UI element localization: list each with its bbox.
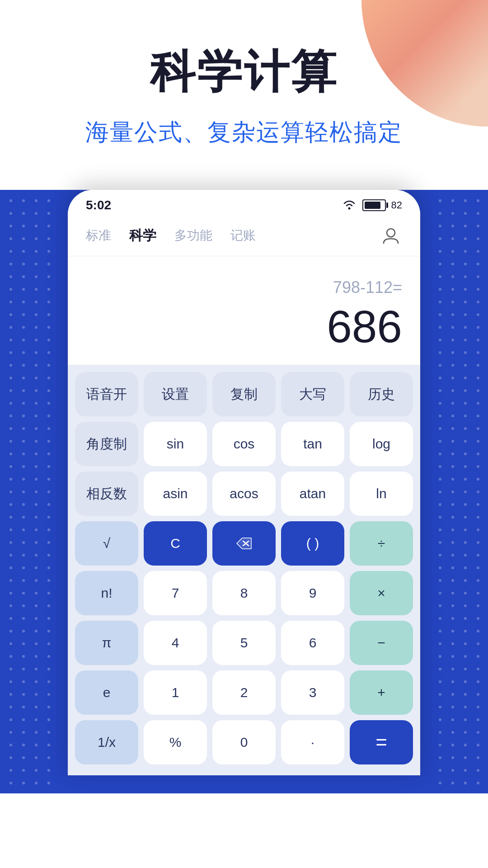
btn-tan[interactable]: tan — [281, 422, 344, 466]
battery-level: 82 — [391, 199, 402, 211]
btn-sqrt[interactable]: √ — [75, 521, 138, 566]
profile-icon[interactable] — [380, 224, 402, 247]
btn-multiply[interactable]: × — [350, 571, 413, 615]
btn-neg[interactable]: 相反数 — [75, 472, 138, 516]
calc-keyboard: 语音开 设置 复制 大写 历史 角度制 sin cos tan log 相反数 … — [68, 365, 420, 775]
btn-4[interactable]: 4 — [144, 621, 207, 665]
main-title: 科学计算 — [150, 42, 338, 103]
btn-log[interactable]: log — [350, 422, 413, 466]
svg-point-0 — [348, 208, 350, 210]
btn-5[interactable]: 5 — [212, 621, 276, 665]
btn-1[interactable]: 1 — [144, 670, 207, 715]
status-bar: 5:02 82 — [68, 190, 420, 217]
calc-row-2: 相反数 asin acos atan ln — [75, 472, 413, 516]
calc-row-6: e 1 2 3 + — [75, 670, 413, 715]
btn-history[interactable]: 历史 — [350, 372, 413, 416]
btn-settings[interactable]: 设置 — [144, 372, 207, 416]
btn-pi[interactable]: π — [75, 621, 138, 665]
btn-ln[interactable]: ln — [350, 472, 413, 516]
calc-row-0: 语音开 设置 复制 大写 历史 — [75, 372, 413, 416]
btn-cos[interactable]: cos — [212, 422, 276, 466]
btn-dot[interactable]: · — [281, 720, 344, 764]
blue-background: 5:02 82 标准 科学 多功能 记账 — [0, 190, 488, 793]
tab-multi[interactable]: 多功能 — [174, 227, 212, 244]
btn-3[interactable]: 3 — [281, 670, 344, 715]
tab-science[interactable]: 科学 — [129, 226, 156, 245]
calc-row-4: n! 7 8 9 × — [75, 571, 413, 615]
btn-0[interactable]: 0 — [212, 720, 276, 764]
btn-8[interactable]: 8 — [212, 571, 276, 615]
status-icons: 82 — [342, 199, 402, 211]
btn-angle[interactable]: 角度制 — [75, 422, 138, 466]
top-section: 科学计算 海量公式、复杂运算轻松搞定 — [0, 0, 488, 190]
btn-7[interactable]: 7 — [144, 571, 207, 615]
btn-add[interactable]: + — [350, 670, 413, 715]
calc-row-7: 1/x % 0 · = — [75, 720, 413, 764]
btn-asin[interactable]: asin — [144, 472, 207, 516]
calc-expression: 798-112= — [333, 278, 402, 297]
btn-acos[interactable]: acos — [212, 472, 276, 516]
btn-voice[interactable]: 语音开 — [75, 372, 138, 416]
calc-display: 798-112= 686 — [68, 256, 420, 365]
btn-e[interactable]: e — [75, 670, 138, 715]
btn-copy[interactable]: 复制 — [212, 372, 276, 416]
calc-row-3: √ C ( ) ÷ — [75, 521, 413, 566]
phone-mockup: 5:02 82 标准 科学 多功能 记账 — [68, 190, 420, 775]
subtitle: 海量公式、复杂运算轻松搞定 — [85, 117, 403, 148]
battery-icon — [362, 199, 386, 211]
btn-backspace[interactable] — [212, 521, 276, 566]
blue-dots-left — [0, 190, 59, 793]
nav-tabs: 标准 科学 多功能 记账 — [68, 217, 420, 256]
btn-9[interactable]: 9 — [281, 571, 344, 615]
status-time: 5:02 — [86, 198, 111, 212]
btn-divide[interactable]: ÷ — [350, 521, 413, 566]
tab-account[interactable]: 记账 — [230, 227, 256, 244]
svg-point-1 — [387, 229, 395, 237]
btn-reciprocal[interactable]: 1/x — [75, 720, 138, 764]
btn-subtract[interactable]: − — [350, 621, 413, 665]
btn-factorial[interactable]: n! — [75, 571, 138, 615]
blue-dots-right — [429, 190, 488, 793]
hand-decoration — [361, 0, 488, 127]
calc-result: 686 — [327, 302, 402, 351]
btn-sin[interactable]: sin — [144, 422, 207, 466]
btn-2[interactable]: 2 — [212, 670, 276, 715]
tab-group: 标准 科学 多功能 记账 — [86, 226, 256, 245]
btn-atan[interactable]: atan — [281, 472, 344, 516]
btn-6[interactable]: 6 — [281, 621, 344, 665]
btn-equal[interactable]: = — [350, 720, 413, 764]
wifi-icon — [342, 200, 357, 211]
calc-row-5: π 4 5 6 − — [75, 621, 413, 665]
tab-standard[interactable]: 标准 — [86, 227, 111, 244]
btn-caps[interactable]: 大写 — [281, 372, 344, 416]
btn-clear[interactable]: C — [144, 521, 207, 566]
calc-row-1: 角度制 sin cos tan log — [75, 422, 413, 466]
btn-parentheses[interactable]: ( ) — [281, 521, 344, 566]
btn-percent[interactable]: % — [144, 720, 207, 764]
